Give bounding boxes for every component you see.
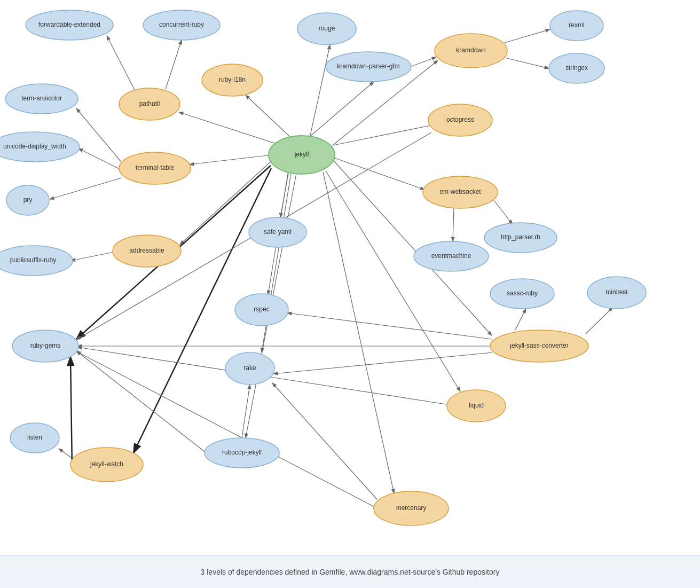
edge-jekyll-mercenary — [323, 172, 394, 493]
svg-point-4 — [550, 11, 603, 41]
edge-kramdown-rexml — [505, 29, 550, 43]
node-rspec[interactable]: rspec — [235, 294, 288, 326]
svg-point-20 — [484, 223, 557, 253]
svg-point-2 — [435, 34, 507, 68]
edge-mercenary-rubygems — [76, 351, 375, 507]
node-pry[interactable]: pry — [6, 185, 49, 215]
svg-point-16 — [249, 217, 306, 247]
footer: 3 levels of dependencies defined in Gemf… — [0, 555, 700, 588]
node-terminal-table[interactable]: terminal-table — [119, 152, 191, 184]
edge-jekyll-rouge — [310, 45, 330, 138]
svg-point-26 — [587, 277, 646, 309]
svg-point-6 — [202, 64, 263, 96]
edge-kramdown-stringex — [505, 58, 549, 68]
node-forwardable-extended[interactable]: forwardable-extended — [26, 10, 113, 40]
edge-jekyll-octopress — [333, 123, 443, 145]
node-rexml[interactable]: rexml — [550, 11, 603, 41]
edge-terminal-pry — [50, 178, 122, 199]
svg-point-9 — [26, 10, 113, 40]
node-term-ansicolor[interactable]: term-ansicolor — [5, 84, 78, 114]
node-kramdown[interactable]: kramdown — [435, 34, 507, 68]
node-http-parser[interactable]: http_parser.rb — [484, 223, 557, 253]
node-jekyll[interactable]: jekyll — [269, 136, 335, 174]
edge-gfm-kramdown — [410, 57, 436, 67]
edge-sassconverter-minitest — [586, 307, 613, 334]
edge-terminal-term — [76, 108, 121, 161]
edge-jekyll-pathutil — [179, 112, 278, 144]
graph-container: jekyll rouge kramdown kramdown-parser-gf… — [0, 0, 700, 555]
svg-point-1 — [297, 13, 356, 45]
node-liquid[interactable]: liquid — [447, 390, 506, 422]
svg-point-23 — [225, 352, 274, 385]
node-unicode-display-width[interactable]: unicode-display_width — [0, 132, 80, 162]
svg-point-28 — [70, 448, 143, 482]
node-ruby-gems[interactable]: ruby-gems — [12, 330, 78, 362]
svg-point-21 — [12, 330, 78, 362]
edge-addressable-publicsuffix — [71, 252, 114, 261]
svg-point-12 — [0, 132, 80, 162]
edge-em-eventmachine — [453, 208, 454, 241]
svg-point-8 — [143, 10, 220, 40]
node-octopress[interactable]: octopress — [428, 104, 492, 136]
svg-point-31 — [374, 491, 449, 526]
edge-sassconverter-rspec — [287, 313, 492, 339]
svg-point-15 — [0, 246, 73, 276]
node-jekyll-sass-converter[interactable]: jekyll-sass-converter — [490, 330, 588, 362]
edge-jekyll-kramdown-parser — [307, 82, 374, 139]
node-pathutil[interactable]: pathutil — [119, 88, 180, 120]
node-concurrent-ruby[interactable]: concurrent-ruby — [143, 10, 220, 40]
node-listen[interactable]: listen — [10, 423, 59, 453]
node-kramdown-parser-gfm[interactable]: kramdown-parser-gfm — [326, 52, 411, 82]
edge-rubocop-rake — [242, 385, 250, 438]
node-safe-yaml[interactable]: safe-yaml — [249, 217, 306, 247]
dependency-graph: jekyll rouge kramdown kramdown-parser-gf… — [0, 0, 700, 555]
edge-pathutil-forwardable — [107, 36, 135, 91]
edge-jekyll-terminaltable — [190, 155, 272, 164]
svg-point-0 — [269, 136, 335, 174]
node-rouge[interactable]: rouge — [297, 13, 356, 45]
svg-point-14 — [113, 235, 181, 267]
svg-point-30 — [205, 438, 279, 468]
svg-point-10 — [119, 152, 191, 184]
node-stringex[interactable]: stringex — [549, 53, 604, 83]
svg-point-7 — [119, 88, 180, 120]
node-rubocop-jekyll[interactable]: rubocop-jekyll — [205, 438, 279, 468]
edge-em-http — [494, 200, 513, 224]
svg-point-27 — [447, 390, 506, 422]
edge-jekyll-rubyi18n — [246, 95, 291, 138]
edge-jekyll-emwebsocket — [333, 158, 424, 190]
svg-point-3 — [326, 52, 411, 82]
svg-point-29 — [10, 423, 59, 453]
edge-pathutil-concurrent — [166, 40, 182, 89]
node-ruby-i18n[interactable]: ruby-i18n — [202, 64, 263, 96]
svg-point-17 — [428, 104, 492, 136]
svg-point-19 — [414, 241, 489, 271]
edge-mercenary-rake — [272, 383, 377, 499]
edge-sassconverter-sassc — [515, 309, 526, 330]
edge-sassconverter-rake — [273, 352, 492, 374]
svg-point-13 — [6, 185, 49, 215]
node-em-websocket[interactable]: em-websocket — [423, 176, 498, 208]
svg-point-24 — [490, 330, 588, 362]
edge-jekyllwatch-rubygems-bold — [70, 357, 72, 467]
svg-point-18 — [423, 176, 498, 208]
node-publicsuffix-ruby[interactable]: publicsuffix-ruby — [0, 246, 73, 276]
footer-text: 3 levels of dependencies defined in Gemf… — [201, 568, 500, 576]
svg-point-25 — [490, 279, 554, 309]
edge-jekyllwatch-listen — [59, 449, 72, 458]
node-addressable[interactable]: addressable — [113, 235, 181, 267]
node-sassc-ruby[interactable]: sassc-ruby — [490, 279, 554, 309]
node-eventmachine[interactable]: eventmachine — [414, 241, 489, 271]
node-minitest[interactable]: minitest — [587, 277, 646, 309]
node-rake[interactable]: rake — [225, 352, 274, 385]
edge-terminal-unicode — [78, 148, 120, 169]
node-mercenary[interactable]: mercenary — [374, 491, 449, 526]
svg-point-11 — [5, 84, 78, 114]
svg-point-5 — [549, 53, 604, 83]
svg-point-22 — [235, 294, 288, 326]
node-jekyll-watch[interactable]: jekyll-watch — [70, 448, 143, 482]
